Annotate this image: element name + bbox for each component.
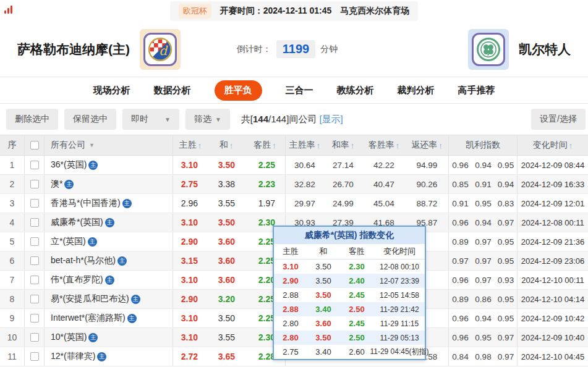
checkbox-cell (25, 271, 45, 289)
company-cell[interactable]: 10*(英国)主 (45, 328, 173, 347)
odds-home-win[interactable]: 3.10 (173, 309, 208, 327)
company-cell[interactable]: Interwet*(塞浦路斯)主 (45, 309, 173, 327)
kelly-index-3: 0.95 (495, 290, 518, 308)
return-rate: 88.72 (406, 194, 449, 213)
company-cell[interactable]: 36*(英国)主 (45, 156, 173, 174)
select-all-checkbox[interactable] (30, 141, 39, 150)
col-away-rate[interactable]: 客胜率↑ (362, 135, 406, 155)
odds-draw[interactable]: 3.20 (208, 290, 245, 308)
row-checkbox[interactable] (30, 199, 39, 208)
odds-home-win[interactable]: 2.75 (173, 175, 208, 193)
sort-asc-icon: ↑ (198, 141, 202, 150)
popup-row: 2.903.502.4012-07 23:39 (274, 274, 425, 288)
tab-referee-analysis[interactable]: 裁判分析 (398, 85, 435, 96)
odds-draw[interactable]: 3.60 (208, 251, 245, 270)
row-checkbox[interactable] (30, 295, 39, 303)
row-checkbox[interactable] (30, 333, 39, 342)
company-cell[interactable]: 12*(菲律宾)主 (45, 347, 173, 366)
odds-home-win[interactable]: 3.10 (173, 156, 208, 174)
time-filter-dropdown[interactable]: 即时▼ (122, 109, 179, 130)
company-cell[interactable]: 威廉希*(英国)主 (45, 213, 173, 232)
col-home-rate[interactable]: 主胜率↑ (286, 135, 324, 155)
odds-home-win[interactable]: 3.15 (173, 251, 208, 270)
home-badge-icon: 主 (105, 218, 114, 227)
col-company[interactable]: 所有公司▼ (45, 135, 173, 155)
change-time: 2024-12-09 12:01 (518, 194, 588, 213)
change-time: 2024-12-10 04:45 (518, 347, 588, 366)
away-team: 凯尔特人 (468, 29, 571, 70)
odds-draw[interactable]: 3.38 (208, 175, 245, 193)
odds-draw[interactable]: 3.60 (208, 271, 245, 289)
row-checkbox[interactable] (30, 352, 39, 361)
checkbox-cell (25, 232, 45, 251)
tab-win-draw-lose[interactable]: 胜平负 (215, 80, 262, 101)
odds-home-win[interactable]: 3.10 (173, 328, 208, 347)
home-badge-icon: 主 (88, 333, 98, 342)
row-checkbox[interactable] (30, 180, 39, 188)
chevron-down-icon: ▼ (89, 142, 95, 148)
col-draw[interactable]: 和↑ (208, 135, 245, 155)
odds-draw[interactable]: 3.50 (208, 213, 245, 232)
col-draw-rate[interactable]: 和率↑ (324, 135, 362, 155)
tab-live-analysis[interactable]: 现场分析 (93, 85, 130, 96)
odds-draw[interactable]: 3.50 (208, 156, 245, 174)
nav-tabs: 现场分析 数据分析 胜平负 三合一 教练分析 裁判分析 高手推荐 (0, 77, 588, 104)
checkbox-cell (25, 347, 45, 366)
show-link[interactable]: [显示] (319, 114, 343, 124)
popup-body: 3.103.502.3012-08 00:102.903.502.4012-07… (274, 259, 425, 359)
odds-draw: 3.60 (307, 316, 339, 331)
company-cell[interactable]: 澳*主 (45, 175, 173, 193)
signal-icon (4, 5, 14, 14)
odds-away-win[interactable]: 2.23 (245, 175, 286, 193)
odds-home-win[interactable]: 2.96 (173, 194, 208, 213)
company-name: 36*(英国) (51, 159, 87, 171)
row-index: 4 (0, 213, 25, 232)
return-rate: 90.26 (406, 175, 449, 193)
col-change-time[interactable]: 变化时间↑ (518, 135, 588, 155)
sort-asc-icon: ↑ (396, 141, 400, 150)
col-away-win[interactable]: 客胜↑ (245, 135, 286, 155)
kelly-index-2: 0.95 (472, 194, 495, 213)
keep-selected-button[interactable]: 保留选中 (64, 109, 116, 130)
odds-draw[interactable]: 3.65 (208, 347, 245, 366)
odds-home-win[interactable]: 2.90 (173, 232, 208, 251)
filter-dropdown[interactable]: 筛选▼ (185, 109, 230, 130)
odds-draw[interactable]: 3.55 (208, 328, 245, 347)
company-cell[interactable]: 易*(安提瓜和巴布达)主 (45, 290, 173, 308)
row-checkbox[interactable] (30, 256, 39, 265)
checkbox-cell (25, 309, 45, 327)
tab-data-analysis[interactable]: 数据分析 (154, 85, 191, 96)
checkbox-cell (25, 213, 45, 232)
settings-select-button[interactable]: 设置/选择 (531, 109, 586, 130)
odds-away-win[interactable]: 1.97 (245, 194, 286, 213)
odds-home-win[interactable]: 2.90 (173, 290, 208, 308)
row-checkbox[interactable] (30, 314, 39, 323)
company-cell[interactable]: 香港马*(中国香港)主 (45, 194, 173, 213)
odds-home-win[interactable]: 3.10 (173, 213, 208, 232)
company-cell[interactable]: bet-at-h*(马尔他)主 (45, 251, 173, 270)
draw-rate: 27.14 (324, 156, 362, 174)
away-win-rate: 40.47 (362, 175, 406, 193)
odds-draw[interactable]: 3.60 (208, 232, 245, 251)
delete-selected-button[interactable]: 删除选中 (6, 109, 58, 130)
tab-coach-analysis[interactable]: 教练分析 (337, 85, 374, 96)
row-checkbox[interactable] (30, 237, 39, 246)
row-checkbox[interactable] (30, 161, 39, 169)
col-return-rate[interactable]: 返还率↑ (406, 135, 449, 155)
company-cell[interactable]: 立*(英国)主 (45, 232, 173, 251)
odds-draw[interactable]: 3.55 (208, 194, 245, 213)
odds-home-win[interactable]: 2.72 (173, 347, 208, 366)
popup-row: 2.803.502.5011-29 05:13 (274, 331, 425, 345)
company-cell[interactable]: 伟*(直布罗陀)主 (45, 271, 173, 289)
odds-away-win[interactable]: 2.25 (245, 156, 286, 174)
col-home-win[interactable]: 主胜↑ (173, 135, 208, 155)
odds-draw[interactable]: 3.50 (208, 309, 245, 327)
draw-rate: 26.70 (324, 175, 362, 193)
tab-expert-recommend[interactable]: 高手推荐 (458, 85, 495, 96)
odds-home-win[interactable]: 3.10 (173, 271, 208, 289)
row-checkbox[interactable] (30, 276, 39, 284)
tab-three-in-one[interactable]: 三合一 (286, 85, 313, 96)
row-checkbox[interactable] (30, 218, 39, 227)
league-badge: 欧冠杯 (179, 4, 211, 19)
kelly-index-3: 0.95 (495, 156, 518, 174)
